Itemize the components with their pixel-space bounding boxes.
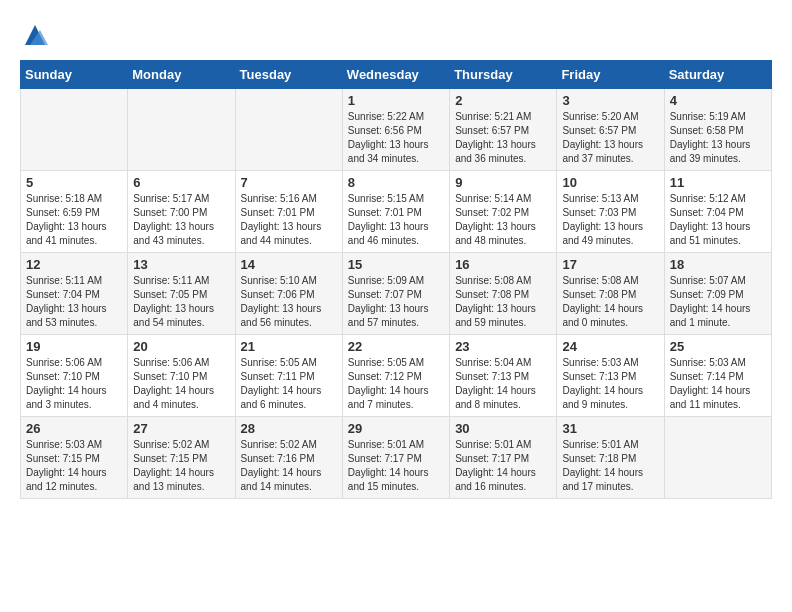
header-cell-monday: Monday [128,61,235,89]
calendar-cell: 11Sunrise: 5:12 AMSunset: 7:04 PMDayligh… [664,171,771,253]
day-info: Sunrise: 5:03 AMSunset: 7:14 PMDaylight:… [670,356,766,412]
calendar-week-row: 5Sunrise: 5:18 AMSunset: 6:59 PMDaylight… [21,171,772,253]
calendar-cell: 9Sunrise: 5:14 AMSunset: 7:02 PMDaylight… [450,171,557,253]
day-number: 25 [670,339,766,354]
day-info: Sunrise: 5:04 AMSunset: 7:13 PMDaylight:… [455,356,551,412]
day-info: Sunrise: 5:01 AMSunset: 7:17 PMDaylight:… [455,438,551,494]
day-info: Sunrise: 5:17 AMSunset: 7:00 PMDaylight:… [133,192,229,248]
day-info: Sunrise: 5:02 AMSunset: 7:15 PMDaylight:… [133,438,229,494]
day-info: Sunrise: 5:21 AMSunset: 6:57 PMDaylight:… [455,110,551,166]
day-info: Sunrise: 5:11 AMSunset: 7:05 PMDaylight:… [133,274,229,330]
calendar-cell: 4Sunrise: 5:19 AMSunset: 6:58 PMDaylight… [664,89,771,171]
day-number: 3 [562,93,658,108]
calendar-cell: 29Sunrise: 5:01 AMSunset: 7:17 PMDayligh… [342,417,449,499]
day-info: Sunrise: 5:16 AMSunset: 7:01 PMDaylight:… [241,192,337,248]
day-number: 16 [455,257,551,272]
day-number: 15 [348,257,444,272]
header-cell-friday: Friday [557,61,664,89]
day-number: 27 [133,421,229,436]
calendar-cell: 23Sunrise: 5:04 AMSunset: 7:13 PMDayligh… [450,335,557,417]
calendar-header-row: SundayMondayTuesdayWednesdayThursdayFrid… [21,61,772,89]
calendar-cell: 24Sunrise: 5:03 AMSunset: 7:13 PMDayligh… [557,335,664,417]
day-info: Sunrise: 5:08 AMSunset: 7:08 PMDaylight:… [455,274,551,330]
calendar-cell: 12Sunrise: 5:11 AMSunset: 7:04 PMDayligh… [21,253,128,335]
day-number: 5 [26,175,122,190]
calendar-table: SundayMondayTuesdayWednesdayThursdayFrid… [20,60,772,499]
day-number: 11 [670,175,766,190]
day-info: Sunrise: 5:06 AMSunset: 7:10 PMDaylight:… [26,356,122,412]
day-number: 29 [348,421,444,436]
calendar-week-row: 1Sunrise: 5:22 AMSunset: 6:56 PMDaylight… [21,89,772,171]
calendar-cell: 30Sunrise: 5:01 AMSunset: 7:17 PMDayligh… [450,417,557,499]
day-number: 22 [348,339,444,354]
day-info: Sunrise: 5:11 AMSunset: 7:04 PMDaylight:… [26,274,122,330]
day-number: 23 [455,339,551,354]
page-header [20,20,772,50]
calendar-cell: 14Sunrise: 5:10 AMSunset: 7:06 PMDayligh… [235,253,342,335]
day-info: Sunrise: 5:12 AMSunset: 7:04 PMDaylight:… [670,192,766,248]
calendar-cell: 28Sunrise: 5:02 AMSunset: 7:16 PMDayligh… [235,417,342,499]
day-info: Sunrise: 5:01 AMSunset: 7:18 PMDaylight:… [562,438,658,494]
day-number: 12 [26,257,122,272]
calendar-cell: 6Sunrise: 5:17 AMSunset: 7:00 PMDaylight… [128,171,235,253]
day-info: Sunrise: 5:07 AMSunset: 7:09 PMDaylight:… [670,274,766,330]
calendar-cell: 8Sunrise: 5:15 AMSunset: 7:01 PMDaylight… [342,171,449,253]
day-number: 14 [241,257,337,272]
day-info: Sunrise: 5:06 AMSunset: 7:10 PMDaylight:… [133,356,229,412]
day-number: 10 [562,175,658,190]
day-number: 31 [562,421,658,436]
day-info: Sunrise: 5:03 AMSunset: 7:15 PMDaylight:… [26,438,122,494]
logo-icon [20,20,50,50]
header-cell-tuesday: Tuesday [235,61,342,89]
header-cell-saturday: Saturday [664,61,771,89]
day-number: 26 [26,421,122,436]
calendar-cell: 17Sunrise: 5:08 AMSunset: 7:08 PMDayligh… [557,253,664,335]
day-info: Sunrise: 5:08 AMSunset: 7:08 PMDaylight:… [562,274,658,330]
calendar-cell: 5Sunrise: 5:18 AMSunset: 6:59 PMDaylight… [21,171,128,253]
day-info: Sunrise: 5:14 AMSunset: 7:02 PMDaylight:… [455,192,551,248]
day-number: 8 [348,175,444,190]
day-number: 7 [241,175,337,190]
day-number: 4 [670,93,766,108]
calendar-cell: 31Sunrise: 5:01 AMSunset: 7:18 PMDayligh… [557,417,664,499]
calendar-cell: 22Sunrise: 5:05 AMSunset: 7:12 PMDayligh… [342,335,449,417]
day-info: Sunrise: 5:19 AMSunset: 6:58 PMDaylight:… [670,110,766,166]
calendar-cell: 13Sunrise: 5:11 AMSunset: 7:05 PMDayligh… [128,253,235,335]
day-number: 19 [26,339,122,354]
day-info: Sunrise: 5:01 AMSunset: 7:17 PMDaylight:… [348,438,444,494]
day-number: 30 [455,421,551,436]
header-cell-wednesday: Wednesday [342,61,449,89]
day-info: Sunrise: 5:20 AMSunset: 6:57 PMDaylight:… [562,110,658,166]
calendar-cell: 2Sunrise: 5:21 AMSunset: 6:57 PMDaylight… [450,89,557,171]
calendar-cell: 10Sunrise: 5:13 AMSunset: 7:03 PMDayligh… [557,171,664,253]
calendar-week-row: 19Sunrise: 5:06 AMSunset: 7:10 PMDayligh… [21,335,772,417]
calendar-cell: 20Sunrise: 5:06 AMSunset: 7:10 PMDayligh… [128,335,235,417]
calendar-cell: 25Sunrise: 5:03 AMSunset: 7:14 PMDayligh… [664,335,771,417]
calendar-cell: 19Sunrise: 5:06 AMSunset: 7:10 PMDayligh… [21,335,128,417]
header-cell-sunday: Sunday [21,61,128,89]
day-info: Sunrise: 5:05 AMSunset: 7:12 PMDaylight:… [348,356,444,412]
calendar-cell [128,89,235,171]
day-info: Sunrise: 5:15 AMSunset: 7:01 PMDaylight:… [348,192,444,248]
calendar-week-row: 12Sunrise: 5:11 AMSunset: 7:04 PMDayligh… [21,253,772,335]
calendar-cell: 1Sunrise: 5:22 AMSunset: 6:56 PMDaylight… [342,89,449,171]
calendar-cell: 26Sunrise: 5:03 AMSunset: 7:15 PMDayligh… [21,417,128,499]
calendar-cell: 27Sunrise: 5:02 AMSunset: 7:15 PMDayligh… [128,417,235,499]
calendar-cell [664,417,771,499]
logo [20,20,56,50]
day-number: 2 [455,93,551,108]
day-number: 28 [241,421,337,436]
calendar-cell: 3Sunrise: 5:20 AMSunset: 6:57 PMDaylight… [557,89,664,171]
day-info: Sunrise: 5:09 AMSunset: 7:07 PMDaylight:… [348,274,444,330]
day-info: Sunrise: 5:13 AMSunset: 7:03 PMDaylight:… [562,192,658,248]
day-number: 21 [241,339,337,354]
day-info: Sunrise: 5:03 AMSunset: 7:13 PMDaylight:… [562,356,658,412]
day-number: 18 [670,257,766,272]
day-info: Sunrise: 5:18 AMSunset: 6:59 PMDaylight:… [26,192,122,248]
day-number: 9 [455,175,551,190]
day-number: 17 [562,257,658,272]
calendar-cell: 7Sunrise: 5:16 AMSunset: 7:01 PMDaylight… [235,171,342,253]
calendar-cell: 15Sunrise: 5:09 AMSunset: 7:07 PMDayligh… [342,253,449,335]
day-number: 6 [133,175,229,190]
day-number: 24 [562,339,658,354]
